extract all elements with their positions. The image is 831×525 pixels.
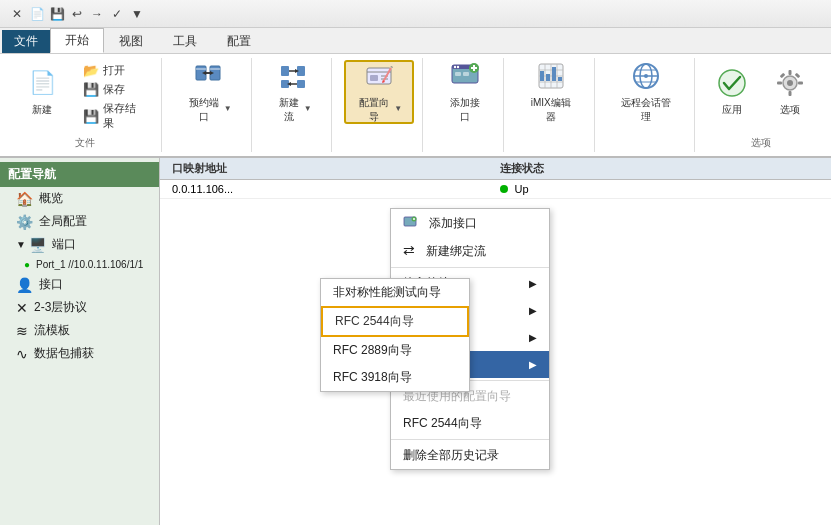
svg-rect-41 xyxy=(546,74,550,81)
save-label: 保存 xyxy=(103,82,125,97)
svg-rect-40 xyxy=(540,71,544,81)
sidebar-item-flowtemplate[interactable]: ≋ 流模板 xyxy=(0,319,159,342)
configwizard-dropdown-arrow: ▼ xyxy=(394,104,402,113)
gear-icon: ⚙️ xyxy=(16,214,33,230)
open-icon: 📂 xyxy=(83,63,99,78)
datacapture-label: 数据包捕获 xyxy=(34,345,94,362)
svg-rect-3 xyxy=(210,68,220,70)
submenu-item-rfc2889[interactable]: RFC 2889向导 xyxy=(321,337,469,364)
options-button[interactable]: 选项 xyxy=(763,60,817,124)
apply-icon xyxy=(716,67,748,99)
svg-rect-18 xyxy=(370,75,378,81)
flowtemplate-icon: ≋ xyxy=(16,323,28,339)
imix-icon xyxy=(535,60,567,92)
undo-icon[interactable]: ↩ xyxy=(68,5,86,23)
tab-config[interactable]: 配置 xyxy=(212,29,266,53)
ribbon-group-configwizard: 配置向导 ▼ xyxy=(336,58,423,152)
sidebar-item-datacapture[interactable]: ∿ 数据包捕获 xyxy=(0,342,159,365)
rfc2544-label: RFC 2544向导 xyxy=(403,415,482,432)
sidebar-item-port1[interactable]: ● Port_1 //10.0.11.106/1/1 xyxy=(0,256,159,273)
ribbon-group-addinterface: 添加接口 xyxy=(427,58,504,152)
save-result-label: 保存结果 xyxy=(103,101,144,131)
ribbon-group-file: 📄 新建 📂 打开 💾 保存 💾 保存结果 文件 xyxy=(8,58,162,152)
delete-all-label: 删除全部历史记录 xyxy=(403,447,499,464)
tab-tools[interactable]: 工具 xyxy=(158,29,212,53)
svg-rect-58 xyxy=(795,73,801,79)
port1-label: Port_1 //10.0.11.106/1/1 xyxy=(36,259,143,270)
reserve-ports-button[interactable]: 预约端口 ▼ xyxy=(174,60,243,124)
config-wizard-label: 配置向导 xyxy=(356,96,394,124)
remote-button[interactable]: 远程会话管理 xyxy=(607,60,686,124)
expand-icon: ▼ xyxy=(16,239,26,250)
open-label: 打开 xyxy=(103,63,125,78)
apply-label: 应用 xyxy=(722,103,742,117)
new-label: 新建 xyxy=(32,103,52,117)
new-bind-flow-icon: ⇄ xyxy=(403,242,415,258)
tab-start[interactable]: 开始 xyxy=(50,28,104,53)
overview-label: 概览 xyxy=(39,190,63,207)
table-row[interactable]: 0.0.11.106... Up xyxy=(160,180,831,199)
new-flow-button[interactable]: 新建流 ▼ xyxy=(264,60,323,124)
svg-rect-56 xyxy=(798,82,803,85)
col-status: 连接状态 xyxy=(496,161,824,176)
save-button[interactable]: 💾 保存 xyxy=(77,81,150,98)
file-group-items: 📄 新建 📂 打开 💾 保存 💾 保存结果 xyxy=(16,60,153,134)
add-interface-button[interactable]: 添加接口 xyxy=(435,60,495,124)
new-bind-flow-label: 新建绑定流 xyxy=(426,244,486,258)
close-icon[interactable]: ✕ xyxy=(8,5,26,23)
save-icon[interactable]: 💾 xyxy=(48,5,66,23)
newflow-group-items: 新建流 ▼ xyxy=(264,60,323,150)
sidebar-item-overview[interactable]: 🏠 概览 xyxy=(0,187,159,210)
apply-button[interactable]: 应用 xyxy=(705,60,759,124)
col-address: 口映射地址 xyxy=(168,161,496,176)
new-flow-label: 新建流 xyxy=(275,96,303,124)
main-area: 配置导航 🏠 概览 ⚙️ 全局配置 ▼ 🖥️ 端口 ● Port_1 //10.… xyxy=(0,158,831,525)
save-result-icon: 💾 xyxy=(83,109,99,124)
sidebar-item-interface[interactable]: 👤 接口 xyxy=(0,273,159,296)
check-icon[interactable]: ✓ xyxy=(108,5,126,23)
submenu-item-rfc3918[interactable]: RFC 3918向导 xyxy=(321,364,469,391)
add-interface-menu-icon xyxy=(403,214,421,230)
svg-rect-54 xyxy=(788,91,791,96)
new-flow-icon xyxy=(277,60,309,92)
datacapture-icon: ∿ xyxy=(16,346,28,362)
menu-item-add-interface[interactable]: 添加接口 xyxy=(391,209,549,237)
menu-item-rfc2544[interactable]: RFC 2544向导 xyxy=(391,410,549,437)
reserve-ports-label: 预约端口 xyxy=(185,96,223,124)
new-icon[interactable]: 📄 xyxy=(28,5,46,23)
route-protocol-arrow: ▶ xyxy=(529,305,537,316)
flowtemplate-label: 流模板 xyxy=(34,322,70,339)
dropdown-arrow-icon[interactable]: ▼ xyxy=(128,5,146,23)
ribbon: 📄 新建 📂 打开 💾 保存 💾 保存结果 文件 xyxy=(0,54,831,158)
options-icon xyxy=(774,67,806,99)
address-cell: 0.0.11.106... xyxy=(168,183,496,195)
open-button[interactable]: 📂 打开 xyxy=(77,62,150,79)
status-value: Up xyxy=(515,183,529,195)
title-bar: ✕ 📄 💾 ↩ → ✓ ▼ xyxy=(0,0,831,28)
svg-rect-57 xyxy=(780,73,786,79)
test-suite-submenu: 非对称性能测试向导 RFC 2544向导 RFC 2889向导 RFC 3918… xyxy=(320,278,470,392)
sidebar-item-ports[interactable]: ▼ 🖥️ 端口 xyxy=(0,233,159,256)
sidebar-item-layer23[interactable]: ✕ 2-3层协议 xyxy=(0,296,159,319)
menu-item-new-bind-flow[interactable]: ⇄ 新建绑定流 xyxy=(391,237,549,265)
imix-button[interactable]: iMIX编辑器 xyxy=(516,60,586,124)
interface-label: 接口 xyxy=(39,276,63,293)
redo-icon[interactable]: → xyxy=(88,5,106,23)
sidebar-item-global-config[interactable]: ⚙️ 全局配置 xyxy=(0,210,159,233)
tab-view[interactable]: 视图 xyxy=(104,29,158,53)
menu-item-delete-all[interactable]: 删除全部历史记录 xyxy=(391,442,549,469)
port-status-icon: ● xyxy=(24,259,30,270)
config-wizard-icon xyxy=(363,60,395,92)
submenu-item-asymmetric[interactable]: 非对称性能测试向导 xyxy=(321,279,469,306)
ports-icon: 🖥️ xyxy=(29,237,46,253)
new-button[interactable]: 📄 新建 xyxy=(16,60,69,124)
switch-arrow: ▶ xyxy=(529,332,537,343)
save-result-button[interactable]: 💾 保存结果 xyxy=(77,100,150,132)
layer23-label: 2-3层协议 xyxy=(34,299,87,316)
svg-point-49 xyxy=(644,74,648,78)
ribbon-tab-bar: 文件 开始 视图 工具 配置 xyxy=(0,28,831,54)
submenu-item-rfc2544[interactable]: RFC 2544向导 xyxy=(321,306,469,337)
config-wizard-button[interactable]: 配置向导 ▼ xyxy=(344,60,414,124)
tab-file[interactable]: 文件 xyxy=(2,30,50,53)
asymmetric-label: 非对称性能测试向导 xyxy=(333,285,441,299)
